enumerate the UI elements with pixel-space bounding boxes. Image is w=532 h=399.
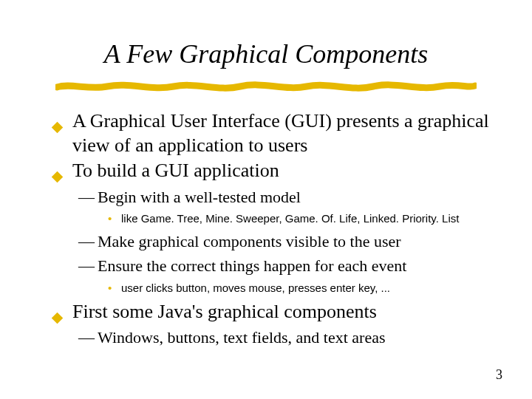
bullet-text: Windows, buttons, text fields, and text …: [98, 328, 386, 347]
slide-body: A Graphical User Interface (GUI) present…: [53, 109, 497, 349]
bullet-text: user clicks button, moves mouse, presses…: [121, 282, 390, 294]
bullet-level2: — Make graphical components visible to t…: [53, 231, 497, 253]
diamond-icon: [53, 304, 61, 329]
diamond-icon: [53, 163, 61, 188]
bullet-level3: • user clicks button, moves mouse, press…: [53, 280, 497, 297]
dash-icon: —: [78, 231, 95, 253]
bullet-level1: A Graphical User Interface (GUI) present…: [53, 109, 497, 157]
bullet-level1: First some Java's graphical components: [53, 300, 497, 324]
bullet-level2: — Begin with a well-tested model: [53, 186, 497, 208]
bullet-level3: • like Game. Tree, Mine. Sweeper, Game. …: [53, 211, 497, 228]
bullet-text: Make graphical components visible to the…: [98, 232, 401, 250]
page-number: 3: [496, 367, 502, 383]
dash-icon: —: [78, 186, 95, 208]
slide: A Few Graphical Components A Graphical U…: [0, 0, 532, 399]
title-underline: [55, 78, 477, 95]
bullet-text: Ensure the correct things happen for eac…: [98, 256, 406, 275]
dot-icon: •: [108, 211, 112, 228]
bullet-text: like Game. Tree, Mine. Sweeper, Game. Of…: [121, 212, 459, 225]
bullet-text: Begin with a well-tested model: [98, 188, 301, 206]
dot-icon: •: [108, 280, 112, 297]
bullet-text: A Graphical User Interface (GUI) present…: [72, 110, 489, 156]
dash-icon: —: [78, 255, 95, 277]
diamond-icon: [53, 114, 61, 138]
slide-title: A Few Graphical Components: [0, 38, 532, 69]
bullet-level1: To build a GUI application: [53, 159, 497, 183]
bullet-text: First some Java's graphical components: [72, 301, 377, 322]
bullet-level2: — Ensure the correct things happen for e…: [53, 255, 497, 277]
bullet-level2: — Windows, buttons, text fields, and tex…: [53, 327, 497, 349]
dash-icon: —: [78, 327, 95, 349]
bullet-text: To build a GUI application: [72, 160, 279, 181]
